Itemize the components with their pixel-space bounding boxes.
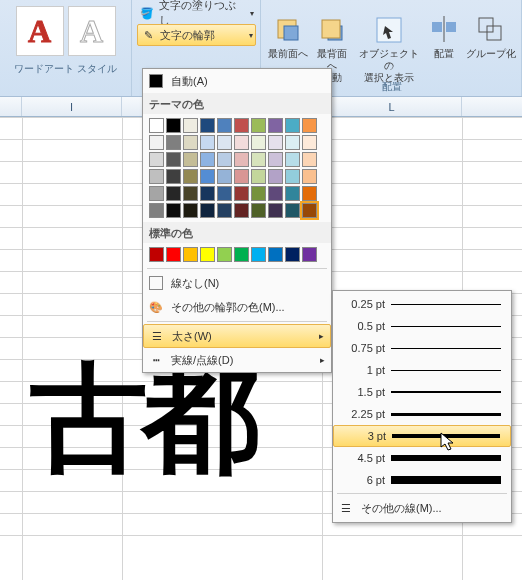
line-weight-item[interactable]: ☰ 太さ(W) ▸ <box>143 324 331 348</box>
color-swatch[interactable] <box>166 203 181 218</box>
col-header-corner[interactable] <box>0 97 22 116</box>
color-swatch[interactable] <box>217 203 232 218</box>
no-line-item[interactable]: 線なし(N) <box>143 271 331 295</box>
color-swatch[interactable] <box>302 135 317 150</box>
color-swatch[interactable] <box>149 203 164 218</box>
auto-color-item[interactable]: 自動(A) <box>143 69 331 93</box>
color-swatch[interactable] <box>268 186 283 201</box>
svg-rect-3 <box>322 20 340 38</box>
color-swatch[interactable] <box>183 247 198 262</box>
color-swatch[interactable] <box>251 135 266 150</box>
color-swatch[interactable] <box>268 247 283 262</box>
color-swatch[interactable] <box>149 169 164 184</box>
color-swatch[interactable] <box>217 135 232 150</box>
color-swatch[interactable] <box>149 247 164 262</box>
color-swatch[interactable] <box>285 169 300 184</box>
color-swatch[interactable] <box>200 169 215 184</box>
weight-option[interactable]: 0.25 pt <box>333 293 511 315</box>
color-swatch[interactable] <box>217 152 232 167</box>
line-dash-item[interactable]: ┅ 実線/点線(D) ▸ <box>143 348 331 372</box>
color-swatch[interactable] <box>251 152 266 167</box>
wordart-style-1[interactable]: A <box>16 6 64 56</box>
color-swatch[interactable] <box>302 186 317 201</box>
wordart-style-2[interactable]: A <box>68 6 116 56</box>
color-swatch[interactable] <box>285 247 300 262</box>
color-swatch[interactable] <box>149 135 164 150</box>
weight-option[interactable]: 0.5 pt <box>333 315 511 337</box>
col-header[interactable]: L <box>322 97 462 116</box>
color-swatch[interactable] <box>251 169 266 184</box>
color-swatch[interactable] <box>149 118 164 133</box>
color-swatch[interactable] <box>200 135 215 150</box>
color-swatch[interactable] <box>234 118 249 133</box>
color-swatch[interactable] <box>217 247 232 262</box>
selection-pane-button[interactable]: オブジェクトの 選択と表示 <box>354 10 425 88</box>
more-colors-item[interactable]: 🎨 その他の輪郭の色(M)... <box>143 295 331 319</box>
color-swatch[interactable] <box>302 203 317 218</box>
color-swatch[interactable] <box>285 118 300 133</box>
color-swatch[interactable] <box>200 247 215 262</box>
color-swatch[interactable] <box>302 118 317 133</box>
color-swatch[interactable] <box>302 169 317 184</box>
color-swatch[interactable] <box>251 203 266 218</box>
color-swatch[interactable] <box>302 247 317 262</box>
weight-option[interactable]: 0.75 pt <box>333 337 511 359</box>
color-swatch[interactable] <box>149 186 164 201</box>
color-swatch[interactable] <box>183 152 198 167</box>
color-swatch[interactable] <box>183 186 198 201</box>
color-swatch[interactable] <box>200 118 215 133</box>
color-swatch[interactable] <box>251 247 266 262</box>
svg-rect-1 <box>284 26 298 40</box>
color-swatch[interactable] <box>200 186 215 201</box>
text-fill-button[interactable]: 🪣 文字の塗りつぶし ▾ <box>137 2 256 24</box>
color-swatch[interactable] <box>234 247 249 262</box>
color-swatch[interactable] <box>183 135 198 150</box>
color-swatch[interactable] <box>200 152 215 167</box>
weight-option[interactable]: 3 pt <box>333 425 511 447</box>
wordart-gallery[interactable]: A A <box>14 2 118 60</box>
color-swatch[interactable] <box>251 118 266 133</box>
bring-front-icon <box>272 14 304 46</box>
color-swatch[interactable] <box>166 135 181 150</box>
color-swatch[interactable] <box>234 135 249 150</box>
line-weight-submenu: 0.25 pt0.5 pt0.75 pt1 pt1.5 pt2.25 pt3 p… <box>332 290 512 523</box>
weight-option[interactable]: 4.5 pt <box>333 447 511 469</box>
text-outline-button[interactable]: ✎ 文字の輪郭 ▾ <box>137 24 256 46</box>
color-swatch[interactable] <box>183 203 198 218</box>
more-lines-item[interactable]: ☰ その他の線(M)... <box>333 496 511 520</box>
color-swatch[interactable] <box>200 203 215 218</box>
color-swatch[interactable] <box>166 169 181 184</box>
color-swatch[interactable] <box>268 169 283 184</box>
color-swatch[interactable] <box>166 247 181 262</box>
color-swatch[interactable] <box>268 118 283 133</box>
weight-option[interactable]: 2.25 pt <box>333 403 511 425</box>
color-swatch[interactable] <box>234 186 249 201</box>
color-swatch[interactable] <box>302 152 317 167</box>
color-swatch[interactable] <box>166 186 181 201</box>
weight-option[interactable]: 6 pt <box>333 469 511 491</box>
weight-option[interactable]: 1.5 pt <box>333 381 511 403</box>
group-button[interactable]: グループ化 <box>464 10 517 88</box>
color-swatch[interactable] <box>285 135 300 150</box>
color-swatch[interactable] <box>217 118 232 133</box>
color-swatch[interactable] <box>166 118 181 133</box>
color-swatch[interactable] <box>251 186 266 201</box>
color-swatch[interactable] <box>268 135 283 150</box>
color-swatch[interactable] <box>217 186 232 201</box>
color-swatch[interactable] <box>285 152 300 167</box>
align-button[interactable]: 配置 <box>424 10 464 88</box>
color-swatch[interactable] <box>285 203 300 218</box>
color-swatch[interactable] <box>268 203 283 218</box>
color-swatch[interactable] <box>268 152 283 167</box>
color-swatch[interactable] <box>183 169 198 184</box>
col-header[interactable]: I <box>22 97 122 116</box>
weight-option[interactable]: 1 pt <box>333 359 511 381</box>
color-swatch[interactable] <box>285 186 300 201</box>
color-swatch[interactable] <box>234 169 249 184</box>
color-swatch[interactable] <box>149 152 164 167</box>
color-swatch[interactable] <box>234 203 249 218</box>
color-swatch[interactable] <box>234 152 249 167</box>
color-swatch[interactable] <box>217 169 232 184</box>
color-swatch[interactable] <box>166 152 181 167</box>
color-swatch[interactable] <box>183 118 198 133</box>
